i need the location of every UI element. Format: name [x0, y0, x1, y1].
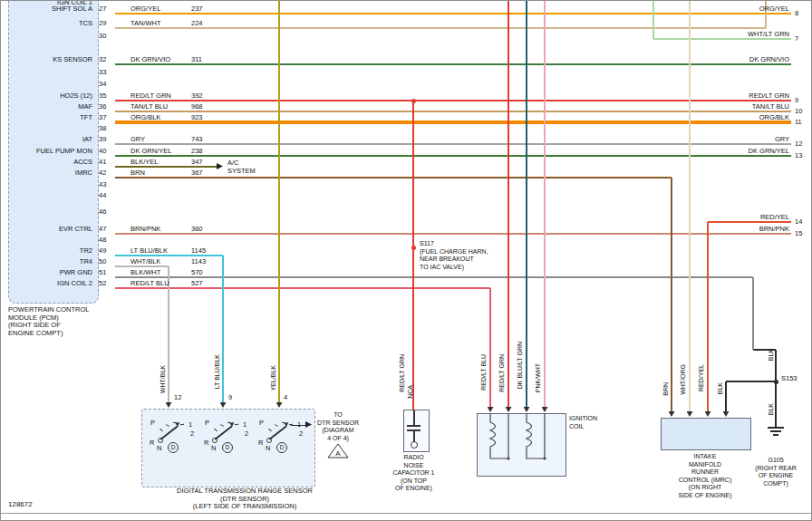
caption-line: (ON TOP	[389, 478, 439, 486]
dtr-switch: P12RND	[203, 414, 254, 458]
caption-line: S117	[420, 240, 488, 248]
right-edge-wire-label: BRN/PNK	[701, 225, 789, 233]
wire-h-wht_blk	[115, 265, 169, 267]
wire-color-label: TAN/WHT	[130, 19, 161, 27]
dtr-pin-number: 12	[174, 393, 181, 401]
dtr-switch-detent-tick	[214, 429, 218, 431]
dtr-switch-position-r: R	[258, 439, 263, 447]
wire-color-vertical-label: RED/YEL	[697, 364, 705, 391]
circuit-number-label: 237	[191, 5, 203, 13]
pcm-label: KS SENSOR	[5, 55, 92, 63]
caption-line: SIDE OF ENGINE)	[665, 492, 745, 500]
dtr-ref-triangle-symbol: A	[327, 443, 349, 459]
wire-v-brn	[671, 178, 672, 412]
wire-v-blk_wht	[752, 277, 754, 350]
wire-arrowhead-down	[220, 402, 227, 408]
pcm-label: PWR GND	[5, 268, 92, 276]
dtr-switch-arm	[160, 425, 179, 439]
dtr-switch-detent-tick	[268, 429, 272, 431]
wire-color-vertical-label: PNK/WHT	[534, 363, 542, 392]
wire-color-vertical-label: RED/LT GRN	[498, 354, 506, 392]
caption-line: (LEFT SIDE OF TRANSMISSION)	[144, 503, 345, 511]
caption-line: MANIFOLD	[665, 461, 745, 469]
caption-line: ENGINE COMPT)	[8, 330, 89, 338]
caption-line: RADIO	[389, 454, 439, 462]
caption-line: INTAKE	[665, 453, 745, 461]
pcm-pin-number-32: 32	[99, 55, 106, 63]
right-edge-pin-number: 11	[795, 118, 802, 126]
wire-v-red_lt_grn	[508, 1, 509, 408]
right-edge-wire-label: RED/YEL	[701, 213, 789, 221]
circuit-number-label: 743	[191, 135, 203, 143]
ac-system-note: A/C SYSTEM	[227, 159, 256, 175]
dtr-switch-position-n: N	[157, 444, 161, 452]
pcm-pin-number-39: 39	[99, 135, 106, 143]
wire-v-red_lt_blu	[489, 288, 491, 408]
wire-color-vertical-label: WHT/BLK	[159, 365, 167, 393]
ignition-coil-windings	[477, 413, 565, 475]
circuit-number-label: 311	[191, 55, 202, 63]
caption-line: TO	[314, 411, 362, 420]
dtr-switch-position-p: P	[259, 419, 264, 427]
dtr-switch-position-2: 2	[299, 429, 303, 438]
caption-line: (ON RIGHT	[665, 484, 745, 492]
circuit-number-label: 527	[191, 279, 203, 287]
dtr-switch-position-p: P	[150, 419, 155, 427]
circuit-number-label: 1143	[191, 257, 206, 265]
caption-line: COMPT)	[748, 480, 804, 488]
pcm-pin-number-34: 34	[99, 80, 106, 88]
wire-arrowhead-down	[723, 411, 730, 417]
right-edge-wire-label: DK GRN/VIO	[701, 55, 789, 63]
bottom-frame-line	[1, 513, 812, 514]
dtr-switch-position-r: R	[204, 439, 208, 447]
right-edge-wire-label: WHT/LT GRN	[701, 30, 789, 38]
dtr-switch-detent-tick	[289, 424, 293, 426]
dtr-pin-number: 4	[284, 393, 287, 401]
junction-dot	[411, 99, 416, 103]
wire-h-tan_wht	[115, 27, 766, 29]
dtr-switch-terminal-d: D	[276, 442, 287, 453]
wire-v-red_yel	[707, 222, 709, 412]
caption-line: IGNITION	[569, 415, 597, 423]
wire-v-lt_blu_blk	[222, 256, 224, 402]
caption-line: 4 OF 4)	[314, 435, 362, 443]
right-edge-wire-label: RED/LT GRN	[701, 92, 789, 100]
wire-color-label: BLK/WHT	[130, 268, 160, 276]
right-edge-wire-label: ORG/YEL	[701, 5, 789, 13]
right-edge-wire-label: TAN/LT BLU	[701, 102, 789, 111]
right-edge-pin-number: 8	[795, 9, 798, 17]
right-edge-pin-number: 12	[795, 140, 802, 148]
dtr-switch-detent-tick	[166, 424, 169, 427]
ground-symbol-bar	[768, 427, 784, 429]
dtr-switch: P12RND	[149, 414, 199, 458]
dtr-switch-detent-tick	[235, 424, 238, 426]
pcm-pin-number-35: 35	[99, 92, 106, 100]
dtr-ref-note: TO DTR SENSOR (DIAGRAM 4 OF 4)	[314, 411, 362, 442]
circuit-number-label: 968	[191, 102, 203, 111]
pcm-pin-number-40: 40	[99, 147, 106, 155]
caption-line: OF ENGINE)	[389, 485, 439, 493]
pcm-pin-number-42: 42	[99, 169, 106, 177]
capacitor-caption: RADIO NOISE CAPACITOR 1 (ON TOP OF ENGIN…	[389, 454, 439, 493]
pcm-label: TFT	[5, 113, 92, 121]
wire-v-yel_blk	[278, 1, 280, 402]
dtr-ref-letter: A	[335, 449, 341, 458]
wire-color-label: BRN/PNK	[130, 225, 160, 233]
pcm-pin-number-38: 38	[99, 124, 106, 132]
g105-caption: G105 (RIGHT REAR OF ENGINE COMPT)	[748, 457, 804, 487]
pcm-label: IAT	[5, 135, 92, 143]
circuit-number-label: 238	[191, 147, 203, 155]
pcm-pin-number-41: 41	[99, 158, 106, 166]
pcm-pin-number-49: 49	[99, 246, 106, 255]
pcm-pin-number-27: 27	[99, 5, 106, 13]
wire-v-red_lt_grn	[412, 101, 414, 410]
imrc-box	[661, 418, 751, 450]
pcm-pin-number-46: 46	[99, 207, 106, 216]
wire-h-wht_lt_grn	[653, 38, 791, 40]
wire-color-label: ORG/BLK	[130, 113, 160, 121]
dtr-switch-arm	[269, 425, 287, 439]
wire-color-vertical-label: WHT/ORG	[679, 364, 687, 395]
wire-color-label: GRY	[130, 135, 145, 143]
right-edge-pin-number: 9	[795, 96, 798, 104]
right-edge-wire-label: ORG/BLK	[701, 113, 789, 121]
